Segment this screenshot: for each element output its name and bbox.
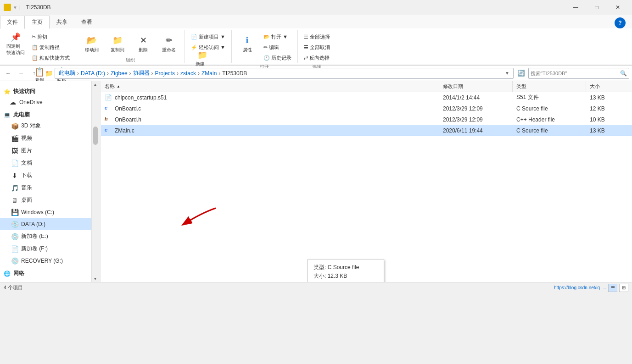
move-to-button[interactable]: 📂 移动到 — [80, 32, 104, 56]
back-button[interactable]: ← — [3, 68, 14, 79]
file-date-1: 2012/3/29 12:09 — [439, 103, 513, 114]
paste-shortcut-button[interactable]: 📋 粘贴快捷方式 — [29, 53, 72, 63]
invert-icon: ⇄ — [304, 55, 308, 61]
invert-select-button[interactable]: ⇄ 反向选择 — [302, 53, 332, 63]
scroll-thumb[interactable] — [93, 127, 98, 145]
sidebar-scrollbar[interactable]: ▲ ▼ — [92, 81, 98, 282]
forward-button[interactable]: → — [16, 68, 27, 79]
new-item-button[interactable]: 📄 新建项目 ▼ — [189, 32, 228, 42]
path-folder-icon: 📁 — [45, 70, 53, 77]
path-zstack[interactable]: zstack — [180, 70, 196, 77]
col-header-size[interactable]: 大小 — [586, 81, 632, 92]
sidebar-item-video[interactable]: 🎬 视频 — [0, 132, 91, 144]
tooltip-size-value: 12.3 KB — [328, 273, 347, 279]
path-zmain[interactable]: ZMain — [201, 70, 217, 77]
file-area: 名称 ▲ 修改日期 类型 大小 📄 chipcon_cstartup.s51 2… — [101, 81, 632, 282]
file-type-3: C Source file — [513, 125, 586, 136]
deselect-all-button[interactable]: ☰ 全部取消 — [302, 43, 332, 52]
tooltip-date-value: 2020/6/11 19:44 — [339, 281, 379, 282]
col-header-name[interactable]: 名称 ▲ — [101, 81, 439, 92]
sidebar-item-newe[interactable]: 💿 新加卷 (E:) — [0, 230, 91, 243]
search-input[interactable] — [531, 71, 618, 76]
path-coordinator[interactable]: 协调器 — [133, 69, 150, 77]
sidebar-section-quick-access[interactable]: ⭐ 快速访问 — [0, 85, 91, 96]
address-bar: ← → ↑ 📁 此电脑 › DATA (D:) › Zigbee › 协调器 ›… — [0, 66, 632, 81]
col-header-date[interactable]: 修改日期 — [439, 81, 513, 92]
edit-button[interactable]: ✏ 编辑 — [261, 43, 294, 52]
sidebar-item-windowsc[interactable]: 💾 Windows (C:) — [0, 206, 91, 218]
scroll-down-arrow[interactable]: ▼ — [92, 276, 99, 282]
sidebar-item-documents[interactable]: 📄 文档 — [0, 157, 91, 169]
search-box[interactable]: 🔍 — [528, 68, 629, 79]
open-button[interactable]: 📂 打开 ▼ — [261, 32, 294, 42]
select-all-icon: ☰ — [304, 34, 308, 40]
file-row-1[interactable]: c OnBoard.c 2012/3/29 12:09 C Source fil… — [101, 103, 632, 114]
sidebar-item-recoveryg[interactable]: 💿 RECOVERY (G:) — [0, 255, 91, 267]
easy-access-button[interactable]: ⚡ 轻松访问 ▼ — [189, 43, 228, 52]
tooltip-type-value: C Source file — [328, 264, 359, 270]
file-name-2: OnBoard.h — [115, 116, 141, 123]
cut-button[interactable]: ✂ 剪切 — [29, 32, 72, 42]
file-type-1: C Source file — [513, 103, 586, 114]
file-tooltip: 类型: C Source file 大小: 12.3 KB 修改日期: 2020… — [308, 259, 384, 282]
sidebar-item-3d[interactable]: 📦 3D 对象 — [0, 120, 91, 132]
file-row-3[interactable]: c ZMain.c 2020/6/11 19:44 C Source file … — [101, 125, 632, 136]
path-computer[interactable]: 此电脑 — [59, 69, 75, 77]
tab-共享[interactable]: 共享 — [50, 16, 74, 28]
history-button[interactable]: 🕐 历史记录 — [261, 53, 294, 63]
file-name-1: OnBoard.c — [115, 105, 141, 112]
file-row-0[interactable]: 📄 chipcon_cstartup.s51 2014/1/2 14:44 S5… — [101, 92, 632, 103]
sidebar-section-network[interactable]: 🌐 网络 — [0, 267, 91, 278]
address-path[interactable]: 此电脑 › DATA (D:) › Zigbee › 协调器 › Project… — [55, 68, 514, 79]
tab-文件[interactable]: 文件 — [0, 16, 25, 29]
path-projects[interactable]: Projects — [155, 70, 175, 77]
copy-to-button[interactable]: 📁 复制到 — [106, 32, 129, 56]
path-data[interactable]: DATA (D:) — [81, 70, 105, 77]
sidebar-item-pictures[interactable]: 🖼 图片 — [0, 144, 91, 157]
folder-new-icon: 📁 — [197, 50, 208, 60]
sidebar: ⭐ 快速访问 ☁ OneDrive 💻 此电脑 📦 3D 对象 🎬 视频 — [0, 81, 92, 282]
up-button[interactable]: ↑ — [28, 68, 39, 79]
onedrive-icon: ☁ — [9, 99, 17, 106]
help-button[interactable]: ? — [615, 17, 626, 28]
view-large-button[interactable]: ⊞ — [619, 284, 628, 292]
ribbon-tabs: 文件 主页 共享 查看 ? — [0, 15, 632, 28]
file-size-3: 13 KB — [586, 125, 632, 136]
path-zigbee[interactable]: Zigbee — [111, 70, 128, 77]
status-bar: 4 个项目 https://blog.csdn.net/iq_... ☰ ⊞ — [0, 282, 632, 293]
sidebar-section-thispc[interactable]: 💻 此电脑 — [0, 108, 91, 120]
file-row-2[interactable]: h OnBoard.h 2012/3/29 12:09 C++ Header f… — [101, 114, 632, 125]
sidebar-wrapper: ⭐ 快速访问 ☁ OneDrive 💻 此电脑 📦 3D 对象 🎬 视频 — [0, 81, 101, 282]
view-details-button[interactable]: ☰ — [608, 284, 617, 292]
copy-path-button[interactable]: 📋 复制路径 — [29, 43, 72, 52]
pin-quick-access-button[interactable]: 📌 固定到快速访问 — [4, 32, 28, 56]
file-list-header: 名称 ▲ 修改日期 类型 大小 — [101, 81, 632, 92]
dropdown-arrow[interactable]: ▼ — [505, 71, 509, 76]
file-size-1: 12 KB — [586, 103, 632, 114]
delete-button[interactable]: ✕ 删除 — [131, 32, 155, 56]
close-button[interactable]: ✕ — [607, 0, 628, 15]
drive-e-icon: 💿 — [11, 233, 18, 240]
sidebar-item-music[interactable]: 🎵 音乐 — [0, 182, 91, 194]
open-col: 📂 打开 ▼ ✏ 编辑 🕐 历史记录 — [261, 32, 294, 63]
sidebar-item-desktop[interactable]: 🖥 桌面 — [0, 194, 91, 206]
paste-shortcut-icon: 📋 — [32, 55, 38, 61]
rename-button[interactable]: ✏ 重命名 — [157, 32, 181, 56]
select-all-button[interactable]: ☰ 全部选择 — [302, 32, 332, 42]
properties-button[interactable]: ℹ 属性 — [235, 32, 259, 56]
col-header-type[interactable]: 类型 — [513, 81, 586, 92]
sidebar-item-datad[interactable]: 💿 DATA (D:) — [0, 218, 91, 230]
ribbon-content: 📌 固定到快速访问 ✂ 剪切 📋 复制路径 📋 粘贴快捷方式 — [0, 28, 632, 65]
sidebar-item-downloads[interactable]: ⬇ 下载 — [0, 169, 91, 182]
tab-主页[interactable]: 主页 — [25, 16, 50, 29]
scroll-up-arrow[interactable]: ▲ — [92, 81, 99, 88]
quick-access-icon: ⭐ — [4, 88, 11, 95]
sidebar-item-newf[interactable]: 📄 新加卷 (F:) — [0, 243, 91, 255]
tab-查看[interactable]: 查看 — [74, 16, 99, 28]
file-icon-s51: 📄 — [105, 94, 112, 101]
maximize-button[interactable]: □ — [586, 0, 607, 15]
tooltip-size-label: 大小: — [313, 273, 328, 279]
minimize-button[interactable]: — — [565, 0, 586, 15]
sidebar-item-onedrive[interactable]: ☁ OneDrive — [0, 96, 91, 108]
refresh-button[interactable]: 🔄 — [515, 68, 526, 79]
